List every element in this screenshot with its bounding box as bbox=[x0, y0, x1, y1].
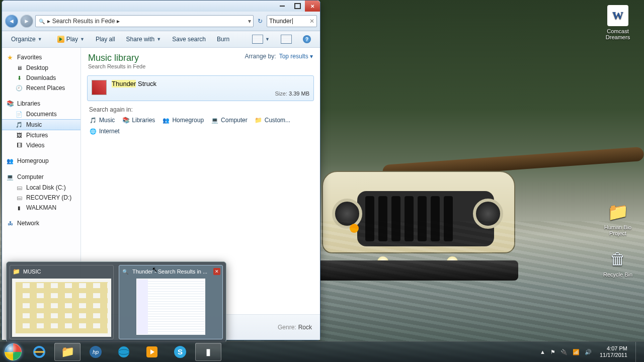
nav-desktop[interactable]: Desktop bbox=[2, 63, 80, 73]
taskbar-explorer[interactable]: 📁 bbox=[54, 343, 80, 361]
burn-button[interactable]: Burn bbox=[212, 34, 234, 45]
search-again-music[interactable]: Music bbox=[89, 116, 115, 124]
play-all-button[interactable]: Play all bbox=[91, 34, 120, 45]
view-icon bbox=[252, 35, 263, 44]
search-again-custom[interactable]: Custom... bbox=[255, 116, 290, 124]
view-options-button[interactable]: ▼ bbox=[247, 33, 275, 46]
nav-local-disk[interactable]: Local Disk (C:) bbox=[2, 183, 80, 193]
taskbar: 📁 hp S ▮ ▲ ⚑ 🔌 📶 🔊 4:07 PM 11/17/2011 bbox=[0, 341, 644, 362]
tray-volume-icon[interactable]: 🔊 bbox=[585, 349, 592, 355]
tray-chevron-up-icon[interactable]: ▲ bbox=[540, 349, 545, 355]
play-icon bbox=[57, 36, 64, 43]
search-result-item[interactable]: Thunder Struck Size: 3.39 MB bbox=[87, 75, 314, 101]
homegroup-icon bbox=[6, 157, 14, 165]
search-again-label: Search again in: bbox=[89, 106, 312, 113]
thumbnail-window-search[interactable]: Thunder - Search Results in ... ✕ bbox=[119, 265, 223, 339]
nav-computer[interactable]: Computer bbox=[2, 171, 80, 183]
taskbar-browser[interactable] bbox=[111, 343, 137, 361]
start-button[interactable] bbox=[1, 342, 25, 362]
nav-downloads[interactable]: Downloads bbox=[2, 73, 80, 83]
pictures-icon bbox=[15, 131, 23, 139]
folder-icon bbox=[12, 267, 20, 276]
taskbar-skype[interactable]: S bbox=[167, 343, 193, 361]
share-with-menu[interactable]: Share with▼ bbox=[121, 34, 167, 45]
search-again-computer[interactable]: Computer bbox=[211, 116, 248, 124]
desktop-icon-word-doc[interactable]: Comcast Dreamers bbox=[599, 5, 637, 40]
globe-icon bbox=[117, 345, 130, 358]
show-desktop-button[interactable] bbox=[635, 342, 641, 362]
recycle-bin-icon bbox=[607, 248, 628, 269]
search-again-libraries[interactable]: Libraries bbox=[122, 116, 155, 124]
device-icon: ▮ bbox=[206, 346, 211, 357]
computer-icon bbox=[6, 173, 14, 181]
breadcrumb: Search Results in Fede bbox=[52, 18, 115, 25]
save-search-button[interactable]: Save search bbox=[167, 34, 211, 45]
taskbar-media-player[interactable] bbox=[139, 343, 165, 361]
help-icon: ? bbox=[303, 35, 311, 43]
drive-icon bbox=[15, 194, 23, 202]
desktop-icon bbox=[15, 64, 23, 72]
folder-icon bbox=[607, 201, 628, 222]
svg-text:hp: hp bbox=[93, 349, 99, 355]
search-again-internet[interactable]: Internet bbox=[89, 127, 120, 135]
drive-icon bbox=[15, 184, 23, 192]
taskbar-ie[interactable] bbox=[26, 343, 52, 361]
minimize-button[interactable] bbox=[275, 1, 290, 12]
network-icon bbox=[6, 219, 14, 227]
help-button[interactable]: ? bbox=[298, 33, 316, 45]
nav-recent-places[interactable]: Recent Places bbox=[2, 83, 80, 93]
thumbnail-close-button[interactable]: ✕ bbox=[213, 268, 220, 275]
taskbar-device[interactable]: ▮ bbox=[195, 343, 221, 361]
search-input[interactable]: Thunder ✕ bbox=[267, 15, 317, 27]
refresh-button[interactable]: ↻ bbox=[256, 18, 265, 25]
nav-pictures[interactable]: Pictures bbox=[2, 130, 80, 140]
system-tray: ▲ ⚑ 🔌 📶 🔊 4:07 PM 11/17/2011 bbox=[540, 342, 644, 362]
search-icon bbox=[121, 267, 129, 276]
nav-walkman[interactable]: WALKMAN bbox=[2, 203, 80, 213]
maximize-button[interactable] bbox=[290, 1, 305, 12]
clear-search-button[interactable]: ✕ bbox=[309, 18, 314, 25]
desktop-icon-folder[interactable]: Human Bio Project bbox=[599, 201, 637, 236]
search-again-homegroup[interactable]: Homegroup bbox=[162, 116, 204, 124]
library-title: Music library bbox=[88, 53, 145, 63]
tray-network-icon[interactable]: 📶 bbox=[573, 349, 580, 355]
play-button[interactable]: Play▼ bbox=[52, 34, 90, 45]
breadcrumb-search-icon bbox=[38, 17, 46, 25]
svg-point-3 bbox=[118, 346, 129, 357]
nav-network[interactable]: Network bbox=[2, 218, 80, 229]
desktop-icon-recycle-bin[interactable]: Recycle Bin bbox=[599, 248, 637, 278]
taskbar-clock[interactable]: 4:07 PM 11/17/2011 bbox=[597, 345, 630, 358]
title-bar[interactable] bbox=[2, 1, 320, 12]
wallpaper-jeep bbox=[322, 151, 513, 277]
address-history-dropdown[interactable]: ▾ bbox=[248, 18, 251, 25]
address-bar[interactable]: ▸ Search Results in Fede ▸ ▾ bbox=[35, 15, 254, 27]
folder-icon: 📁 bbox=[61, 345, 74, 358]
preview-pane-button[interactable] bbox=[276, 33, 297, 46]
nav-music[interactable]: Music bbox=[2, 119, 80, 130]
nav-libraries-header[interactable]: Libraries bbox=[2, 98, 80, 109]
homegroup-icon bbox=[162, 116, 170, 124]
music-icon bbox=[89, 116, 97, 124]
hp-icon: hp bbox=[89, 345, 102, 358]
taskbar-hp[interactable]: hp bbox=[83, 343, 109, 361]
nav-videos[interactable]: Videos bbox=[2, 140, 80, 150]
arrange-by-menu[interactable]: Arrange by: Top results ▾ bbox=[245, 53, 313, 60]
tray-power-icon[interactable]: 🔌 bbox=[560, 349, 568, 355]
close-button[interactable] bbox=[305, 1, 320, 12]
nav-homegroup[interactable]: Homegroup bbox=[2, 155, 80, 166]
downloads-icon bbox=[15, 74, 23, 82]
nav-favorites-header[interactable]: Favorites bbox=[2, 52, 80, 63]
nav-documents[interactable]: Documents bbox=[2, 109, 80, 119]
back-button[interactable]: ◄ bbox=[5, 15, 18, 28]
tray-security-icon[interactable]: ⚑ bbox=[550, 349, 555, 355]
forward-button[interactable]: ► bbox=[20, 15, 33, 28]
result-filename: Thunder Struck bbox=[112, 80, 309, 87]
result-size: Size: 3.39 MB bbox=[112, 90, 309, 97]
organize-menu[interactable]: Organize▼ bbox=[6, 34, 47, 45]
nav-recovery[interactable]: RECOVERY (D:) bbox=[2, 193, 80, 203]
thumbnail-window-music[interactable]: MUSIC bbox=[10, 265, 114, 339]
ie-icon bbox=[32, 345, 46, 359]
command-bar: Organize▼ Play▼ Play all Share with▼ Sav… bbox=[2, 31, 320, 48]
documents-icon bbox=[15, 110, 23, 118]
videos-icon bbox=[15, 141, 23, 149]
